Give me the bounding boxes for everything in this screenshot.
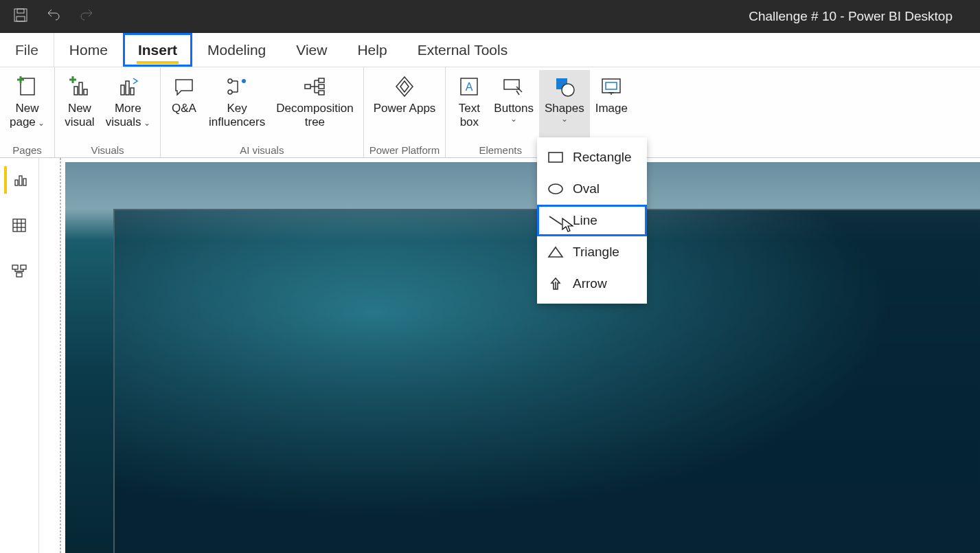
svg-rect-39 xyxy=(21,265,26,269)
image-button[interactable]: Image xyxy=(590,70,633,144)
model-view-button[interactable] xyxy=(5,257,33,284)
text-box-icon: A xyxy=(457,73,481,100)
tab-file[interactable]: File xyxy=(0,33,54,67)
svg-rect-23 xyxy=(504,80,519,89)
shape-oval-label: Oval xyxy=(573,181,600,196)
svg-rect-30 xyxy=(15,180,18,185)
shape-triangle-label: Triangle xyxy=(573,245,619,260)
svg-rect-26 xyxy=(602,79,620,93)
svg-point-15 xyxy=(228,90,232,94)
tab-help[interactable]: Help xyxy=(342,33,402,67)
save-icon[interactable] xyxy=(12,7,29,26)
new-page-label: New page ⌄ xyxy=(10,102,45,130)
new-visual-label: New visual xyxy=(65,102,94,130)
more-visuals-label: More visuals ⌄ xyxy=(106,102,150,130)
shapes-button[interactable]: Shapes ⌄ xyxy=(539,70,590,144)
text-box-button[interactable]: A Text box xyxy=(450,70,488,144)
shapes-dropdown: Rectangle Oval Line Triangle Arrow xyxy=(537,137,647,304)
svg-rect-19 xyxy=(319,84,324,89)
tab-insert[interactable]: Insert xyxy=(123,33,192,67)
svg-rect-1 xyxy=(17,9,24,13)
decomposition-tree-icon xyxy=(302,73,327,100)
group-ai-visuals-label: AI visuals xyxy=(165,144,359,157)
shape-triangle[interactable]: Triangle xyxy=(537,236,647,268)
group-power-platform: Power Apps Power Platform xyxy=(364,67,446,157)
svg-point-25 xyxy=(562,84,574,96)
svg-rect-31 xyxy=(19,176,22,185)
shape-oval[interactable]: Oval xyxy=(537,173,647,205)
svg-point-14 xyxy=(228,79,232,83)
decomposition-tree-label: Decomposition tree xyxy=(276,102,353,130)
image-label: Image xyxy=(595,102,628,115)
shapes-chevron-icon: ⌄ xyxy=(561,114,568,124)
svg-point-42 xyxy=(549,184,562,194)
buttons-icon xyxy=(501,73,526,100)
triangle-icon xyxy=(547,243,565,261)
svg-rect-40 xyxy=(16,273,22,277)
report-view-button[interactable] xyxy=(4,166,32,194)
group-power-platform-label: Power Platform xyxy=(368,144,442,157)
page-area xyxy=(39,158,980,553)
arrow-icon xyxy=(547,275,565,293)
power-apps-icon xyxy=(392,73,417,100)
power-apps-button[interactable]: Power Apps xyxy=(368,70,442,144)
shapes-icon xyxy=(552,73,577,100)
viewbar xyxy=(0,158,39,553)
svg-rect-17 xyxy=(305,84,310,89)
qna-button[interactable]: Q&A xyxy=(165,70,203,144)
decomposition-tree-button[interactable]: Decomposition tree xyxy=(271,70,358,144)
shape-rectangle-label: Rectangle xyxy=(573,150,632,165)
shape-line[interactable]: Line xyxy=(537,205,647,236)
quick-access-toolbar xyxy=(12,7,95,26)
key-influencers-icon xyxy=(225,73,249,100)
image-icon xyxy=(599,73,624,100)
new-page-button[interactable]: New page ⌄ xyxy=(4,70,50,144)
svg-rect-27 xyxy=(606,82,617,89)
svg-rect-13 xyxy=(130,88,134,95)
ribbon-tabs: File Home Insert Modeling View Help Exte… xyxy=(0,33,980,67)
qna-label: Q&A xyxy=(172,102,196,115)
new-visual-icon xyxy=(67,73,92,100)
tab-home[interactable]: Home xyxy=(54,33,123,67)
shapes-label: Shapes xyxy=(545,102,584,115)
group-visuals: New visual More visuals ⌄ Visuals xyxy=(55,67,161,157)
tab-view[interactable]: View xyxy=(281,33,342,67)
shape-rectangle[interactable]: Rectangle xyxy=(537,142,647,173)
rectangle-icon xyxy=(547,148,565,166)
data-view-button[interactable] xyxy=(5,212,33,239)
text-box-label: Text box xyxy=(459,102,480,130)
svg-rect-18 xyxy=(319,78,324,82)
more-visuals-button[interactable]: More visuals ⌄ xyxy=(100,70,156,144)
workspace xyxy=(0,158,980,553)
group-ai-visuals: Q&A Key influencers Decomposition tree A… xyxy=(161,67,364,157)
key-influencers-label: Key influencers xyxy=(209,102,265,130)
line-icon xyxy=(547,212,565,229)
buttons-label: Buttons xyxy=(494,102,534,115)
report-canvas[interactable] xyxy=(65,162,980,553)
group-pages: New page ⌄ Pages xyxy=(0,67,55,157)
svg-rect-41 xyxy=(549,153,562,162)
svg-text:A: A xyxy=(466,81,473,93)
undo-icon[interactable] xyxy=(45,7,62,26)
more-visuals-icon xyxy=(115,73,140,100)
oval-icon xyxy=(547,180,565,198)
shape-arrow[interactable]: Arrow xyxy=(537,268,647,300)
redo-icon[interactable] xyxy=(78,7,95,26)
svg-rect-38 xyxy=(12,265,18,269)
titlebar: Challenge # 10 - Power BI Desktop xyxy=(0,0,980,33)
page-gutter xyxy=(60,158,61,553)
app-title: Challenge # 10 - Power BI Desktop xyxy=(749,9,980,24)
tab-external-tools[interactable]: External Tools xyxy=(402,33,523,67)
svg-rect-6 xyxy=(74,87,78,95)
new-visual-button[interactable]: New visual xyxy=(59,70,100,144)
svg-rect-7 xyxy=(79,82,82,95)
buttons-button[interactable]: Buttons ⌄ xyxy=(488,70,539,144)
power-apps-label: Power Apps xyxy=(374,102,436,115)
group-pages-label: Pages xyxy=(4,144,50,157)
svg-rect-2 xyxy=(16,16,25,21)
group-visuals-label: Visuals xyxy=(59,144,156,157)
svg-point-16 xyxy=(242,79,246,83)
tab-modeling[interactable]: Modeling xyxy=(192,33,281,67)
shape-arrow-label: Arrow xyxy=(573,276,607,291)
key-influencers-button[interactable]: Key influencers xyxy=(203,70,271,144)
